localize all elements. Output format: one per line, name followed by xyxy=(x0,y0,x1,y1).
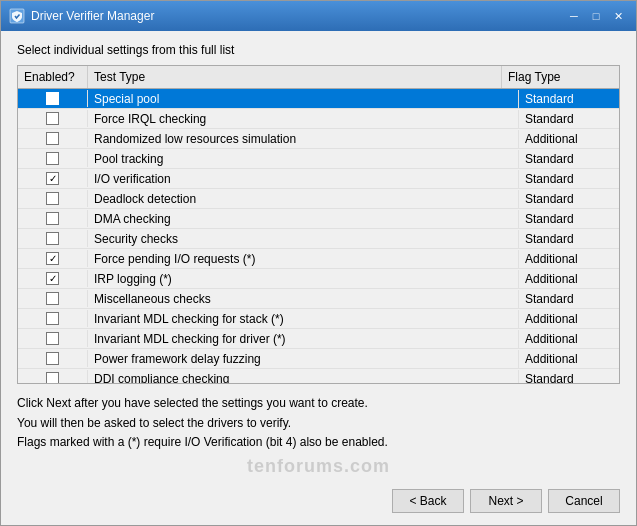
row-test-cell: Invariant MDL checking for stack (*) xyxy=(88,310,519,328)
row-flag-cell: Additional xyxy=(519,250,619,268)
next-button[interactable]: Next > xyxy=(470,489,542,513)
footer-line2: You will then be asked to select the dri… xyxy=(17,414,620,433)
checkbox[interactable] xyxy=(46,372,59,383)
row-flag-cell: Standard xyxy=(519,230,619,248)
table-row[interactable]: DDI compliance checkingStandard xyxy=(18,369,619,383)
table-row[interactable]: Miscellaneous checksStandard xyxy=(18,289,619,309)
checkbox[interactable] xyxy=(46,152,59,165)
checkbox[interactable] xyxy=(46,132,59,145)
footer-line1: Click Next after you have selected the s… xyxy=(17,394,620,413)
checkbox[interactable] xyxy=(46,172,59,185)
table-row[interactable]: Special poolStandard xyxy=(18,89,619,109)
row-flag-cell: Additional xyxy=(519,330,619,348)
row-test-cell: Miscellaneous checks xyxy=(88,290,519,308)
row-flag-cell: Standard xyxy=(519,290,619,308)
table-row[interactable]: Pool trackingStandard xyxy=(18,149,619,169)
settings-table: Enabled? Test Type Flag Type Special poo… xyxy=(17,65,620,384)
minimize-button[interactable]: ─ xyxy=(564,6,584,26)
row-flag-cell: Additional xyxy=(519,270,619,288)
table-row[interactable]: Randomized low resources simulationAddit… xyxy=(18,129,619,149)
row-test-cell: Force IRQL checking xyxy=(88,110,519,128)
checkbox[interactable] xyxy=(46,272,59,285)
checkbox[interactable] xyxy=(46,112,59,125)
header-test: Test Type xyxy=(88,66,502,88)
row-enabled-cell[interactable] xyxy=(18,190,88,207)
checkbox[interactable] xyxy=(46,212,59,225)
table-body[interactable]: Special poolStandardForce IRQL checkingS… xyxy=(18,89,619,383)
table-row[interactable]: Force IRQL checkingStandard xyxy=(18,109,619,129)
row-flag-cell: Standard xyxy=(519,210,619,228)
row-flag-cell: Standard xyxy=(519,110,619,128)
watermark: tenforums.com xyxy=(17,456,620,481)
checkbox[interactable] xyxy=(46,292,59,305)
row-test-cell: Randomized low resources simulation xyxy=(88,130,519,148)
row-enabled-cell[interactable] xyxy=(18,110,88,127)
row-flag-cell: Additional xyxy=(519,130,619,148)
footer-line3: Flags marked with a (*) require I/O Veri… xyxy=(17,433,620,452)
title-buttons: ─ □ ✕ xyxy=(564,6,628,26)
checkbox[interactable] xyxy=(46,232,59,245)
row-flag-cell: Standard xyxy=(519,190,619,208)
row-test-cell: Special pool xyxy=(88,90,519,108)
content-area: Select individual settings from this ful… xyxy=(1,31,636,525)
row-enabled-cell[interactable] xyxy=(18,270,88,287)
row-flag-cell: Standard xyxy=(519,170,619,188)
row-enabled-cell[interactable] xyxy=(18,210,88,227)
table-row[interactable]: Invariant MDL checking for driver (*)Add… xyxy=(18,329,619,349)
checkbox[interactable] xyxy=(46,352,59,365)
row-enabled-cell[interactable] xyxy=(18,310,88,327)
row-enabled-cell[interactable] xyxy=(18,350,88,367)
checkbox[interactable] xyxy=(46,92,59,105)
row-test-cell: Pool tracking xyxy=(88,150,519,168)
maximize-button[interactable]: □ xyxy=(586,6,606,26)
checkbox[interactable] xyxy=(46,192,59,205)
row-enabled-cell[interactable] xyxy=(18,130,88,147)
back-button[interactable]: < Back xyxy=(392,489,464,513)
footer-text: Click Next after you have selected the s… xyxy=(17,384,620,456)
table-row[interactable]: DMA checkingStandard xyxy=(18,209,619,229)
header-scroll-spacer xyxy=(602,66,619,88)
row-enabled-cell[interactable] xyxy=(18,170,88,187)
checkbox[interactable] xyxy=(46,312,59,325)
close-button[interactable]: ✕ xyxy=(608,6,628,26)
row-enabled-cell[interactable] xyxy=(18,90,88,107)
row-test-cell: Deadlock detection xyxy=(88,190,519,208)
table-row[interactable]: Deadlock detectionStandard xyxy=(18,189,619,209)
row-enabled-cell[interactable] xyxy=(18,250,88,267)
cancel-button[interactable]: Cancel xyxy=(548,489,620,513)
row-flag-cell: Standard xyxy=(519,150,619,168)
header-enabled: Enabled? xyxy=(18,66,88,88)
row-test-cell: DMA checking xyxy=(88,210,519,228)
row-test-cell: Force pending I/O requests (*) xyxy=(88,250,519,268)
table-row[interactable]: Invariant MDL checking for stack (*)Addi… xyxy=(18,309,619,329)
row-test-cell: Security checks xyxy=(88,230,519,248)
row-test-cell: IRP logging (*) xyxy=(88,270,519,288)
window-title: Driver Verifier Manager xyxy=(31,9,564,23)
row-enabled-cell[interactable] xyxy=(18,370,88,383)
table-row[interactable]: Power framework delay fuzzingAdditional xyxy=(18,349,619,369)
table-row[interactable]: Security checksStandard xyxy=(18,229,619,249)
table-row[interactable]: IRP logging (*)Additional xyxy=(18,269,619,289)
row-test-cell: I/O verification xyxy=(88,170,519,188)
row-test-cell: DDI compliance checking xyxy=(88,370,519,384)
footer-buttons: < Back Next > Cancel xyxy=(17,481,620,517)
row-enabled-cell[interactable] xyxy=(18,290,88,307)
instruction-text: Select individual settings from this ful… xyxy=(17,43,620,57)
table-row[interactable]: Force pending I/O requests (*)Additional xyxy=(18,249,619,269)
title-bar: Driver Verifier Manager ─ □ ✕ xyxy=(1,1,636,31)
checkbox[interactable] xyxy=(46,332,59,345)
row-flag-cell: Additional xyxy=(519,350,619,368)
table-row[interactable]: I/O verificationStandard xyxy=(18,169,619,189)
window-icon xyxy=(9,8,25,24)
checkbox[interactable] xyxy=(46,252,59,265)
row-enabled-cell[interactable] xyxy=(18,150,88,167)
table-header: Enabled? Test Type Flag Type xyxy=(18,66,619,89)
row-enabled-cell[interactable] xyxy=(18,330,88,347)
row-enabled-cell[interactable] xyxy=(18,230,88,247)
header-flag: Flag Type xyxy=(502,66,602,88)
row-test-cell: Power framework delay fuzzing xyxy=(88,350,519,368)
row-flag-cell: Additional xyxy=(519,310,619,328)
row-flag-cell: Standard xyxy=(519,370,619,384)
window: Driver Verifier Manager ─ □ ✕ Select ind… xyxy=(0,0,637,526)
row-test-cell: Invariant MDL checking for driver (*) xyxy=(88,330,519,348)
